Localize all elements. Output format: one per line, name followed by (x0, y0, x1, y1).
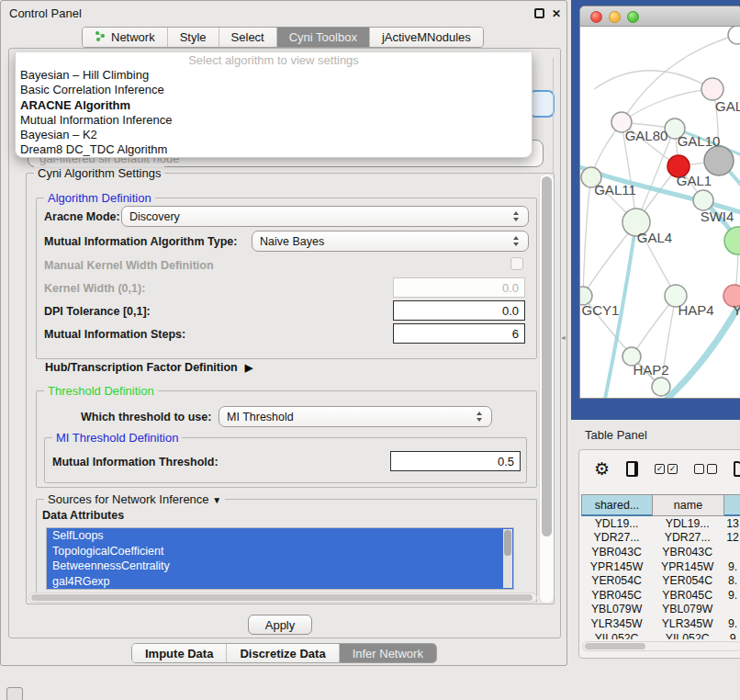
table-cell: 13 (723, 516, 740, 531)
float-window-icon[interactable] (534, 8, 544, 18)
table-row[interactable]: YPR145WYPR145W9. (581, 559, 740, 574)
node-swi4[interactable] (693, 190, 713, 210)
combo-arrows-icon (513, 211, 521, 221)
attributes-scrollbar-thumb[interactable] (504, 530, 511, 556)
network-edge[interactable] (622, 89, 712, 122)
table-column-header-name[interactable]: name (653, 494, 724, 516)
tab-jactivemnodules[interactable]: jActiveMNodules (370, 28, 483, 47)
close-traffic-light-icon[interactable] (590, 11, 602, 23)
hub-definition-expander[interactable]: Hub/Transcription Factor Definition ▶ (45, 361, 252, 374)
gear-icon[interactable]: ⚙ (594, 460, 610, 478)
bottom-tab-impute-data[interactable]: Impute Data (132, 644, 227, 662)
minimize-traffic-light-icon[interactable] (609, 11, 621, 23)
apply-button[interactable]: Apply (248, 615, 312, 635)
node-gal4-label: GAL4 (637, 230, 672, 245)
table-column-header-shared...[interactable]: shared... (581, 494, 653, 516)
table-cell: 12 (723, 531, 740, 546)
apply-button-label: Apply (265, 618, 296, 632)
algorithm-option-mutual-information-inference[interactable]: Mutual Information Inference (16, 113, 532, 128)
algorithm-definition-group: Algorithm Definition Aracne Mode: Discov… (36, 198, 537, 359)
tab-label: Select (231, 30, 264, 44)
attribute-item-selfloops[interactable]: SelfLoops (47, 528, 513, 544)
hub-definition-label: Hub/Transcription Factor Definition (45, 361, 238, 374)
deselect-all-checkboxes-icon[interactable] (694, 464, 717, 474)
node-partial-bottom[interactable] (652, 378, 670, 396)
sources-group: Sources for Network Inference ▼ Data Att… (36, 499, 537, 603)
data-attributes-list[interactable]: SelfLoopsTopologicalCoefficientBetweenne… (46, 527, 514, 590)
columns-icon[interactable] (626, 461, 638, 477)
settings-vertical-scrollbar-thumb[interactable] (542, 176, 552, 536)
node-gal-pink[interactable] (701, 78, 723, 100)
focused-spinner-fragment[interactable] (529, 90, 555, 118)
settings-horizontal-scrollbar-thumb[interactable] (31, 594, 533, 601)
algorithm-option-dream8-dc-tdc-algorithm[interactable]: Dream8 DC_TDC Algorithm (16, 142, 532, 157)
network-window-titlebar (580, 6, 740, 27)
control-panel-tab-strip: NetworkStyleSelectCyni ToolboxjActiveMNo… (82, 27, 484, 48)
attributes-scrollbar[interactable] (503, 529, 512, 588)
manual-kernel-checkbox[interactable] (510, 257, 523, 270)
table-row[interactable]: YER054CYER054C8. (581, 573, 740, 588)
table-row[interactable]: YDR27...YDR27...12 (581, 531, 740, 546)
mi-type-combo[interactable]: Naive Bayes (252, 231, 529, 252)
network-edge[interactable] (594, 71, 712, 89)
attribute-item-betweennesscentrality[interactable]: BetweennessCentrality (47, 559, 513, 574)
combo-arrows-icon (477, 412, 484, 422)
table-column-header-partial[interactable] (724, 494, 740, 516)
table-row[interactable]: YLR345WYLR345W9. (581, 616, 740, 631)
table-row[interactable]: YDL19...YDL19...13 (581, 516, 740, 531)
node-big-green[interactable] (724, 227, 740, 254)
network-graph[interactable]: GALGAL80GAL10GAL1GAL11SWI4GAL4GCY1HAP4YH… (580, 27, 740, 399)
attribute-item-gal4rgexp[interactable]: gal4RGexp (47, 574, 513, 590)
network-edge[interactable] (583, 177, 591, 296)
node-partial-top[interactable] (728, 27, 740, 44)
select-all-checkboxes-icon[interactable]: ✓✓ (655, 464, 678, 474)
table-row[interactable]: YBR043CYBR043C (581, 545, 740, 559)
mi-threshold-field[interactable]: 0.5 (390, 451, 521, 471)
table-row[interactable]: YIL052CYIL052C9 (581, 631, 740, 639)
algorithm-option-aracne-algorithm[interactable]: ARACNE Algorithm (16, 98, 532, 113)
tab-cyni-toolbox[interactable]: Cyni Toolbox (277, 28, 370, 47)
dpi-tolerance-field[interactable]: 0.0 (393, 300, 525, 321)
node-gcy1-label: GCY1 (582, 302, 620, 318)
table-panel-card: ⚙ ✓✓ shared...name YDL19...YDL19...13YDR… (578, 449, 740, 659)
group-border-fragment (553, 58, 554, 173)
kernel-width-field[interactable]: 0.0 (393, 277, 525, 298)
export-table-icon[interactable] (734, 461, 740, 477)
algorithm-option-bayesian-hill-climbing[interactable]: Bayesian – Hill Climbing (16, 68, 532, 83)
algorithm-option-basic-correlation-inference[interactable]: Basic Correlation Inference (16, 83, 532, 97)
table-rows: YDL19...YDL19...13YDR27...YDR27...12YBR0… (581, 516, 740, 639)
settings-horizontal-scrollbar[interactable] (28, 593, 537, 603)
table-row[interactable]: YBR045CYBR045C9. (581, 588, 740, 603)
threshold-definition-group: Threshold Definition Which threshold to … (36, 390, 537, 488)
algorithm-option-bayesian-k2[interactable]: Bayesian – K2 (16, 128, 532, 142)
clipped-button-fragment[interactable] (6, 687, 23, 700)
table-horizontal-scrollbar[interactable] (582, 641, 740, 651)
table-row[interactable]: YBL079WYBL079W (581, 603, 740, 617)
table-cell: YIL052C (652, 631, 723, 639)
which-threshold-combo[interactable]: MI Threshold (219, 406, 492, 427)
bottom-tab-infer-network[interactable]: Infer Network (340, 644, 436, 662)
table-cell: YER054C (581, 573, 652, 588)
algorithm-definition-title: Algorithm Definition (44, 191, 155, 205)
mi-steps-label: Mutual Information Steps: (44, 328, 185, 341)
mi-steps-field[interactable]: 6 (393, 323, 525, 344)
zoom-traffic-light-icon[interactable] (627, 11, 639, 23)
attribute-item-topologicalcoefficient[interactable]: TopologicalCoefficient (47, 544, 513, 559)
bottom-tab-discretize-data[interactable]: Discretize Data (227, 644, 339, 662)
tab-network[interactable]: Network (83, 28, 168, 47)
node-gray[interactable] (704, 146, 734, 175)
tab-select[interactable]: Select (219, 28, 277, 47)
split-pane-collapse-icon[interactable]: ◄ (560, 334, 566, 341)
table-cell (723, 603, 740, 617)
close-icon[interactable]: ✕ (552, 7, 561, 20)
table-cell: YDR27... (581, 531, 652, 546)
sources-title[interactable]: Sources for Network Inference ▼ (44, 492, 225, 506)
table-cell: YER054C (652, 573, 723, 588)
aracne-mode-combo[interactable]: Discovery (121, 206, 529, 227)
mi-type-value: Naive Bayes (260, 235, 324, 248)
network-canvas[interactable]: GALGAL80GAL10GAL1GAL11SWI4GAL4GCY1HAP4YH… (580, 27, 740, 399)
table-horizontal-scrollbar-thumb[interactable] (585, 643, 645, 649)
settings-vertical-scrollbar[interactable] (539, 175, 554, 603)
control-panel-titlebar: Control Panel ✕ (1, 1, 566, 25)
tab-style[interactable]: Style (168, 28, 219, 47)
